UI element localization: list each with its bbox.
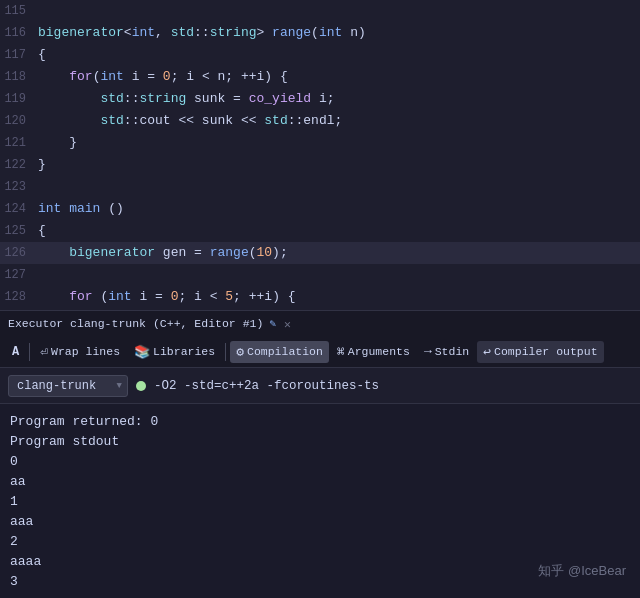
code-line-123: 123 — [0, 176, 640, 198]
line-num-118: 118 — [0, 66, 38, 88]
line-content-126: bigenerator gen = range(10); — [38, 242, 288, 264]
font-size-button[interactable]: A — [6, 342, 25, 362]
compilation-label: Compilation — [247, 345, 323, 358]
compiler-output-icon: ↩ — [483, 344, 491, 360]
line-num-116: 116 — [0, 22, 38, 44]
arguments-label: Arguments — [348, 345, 410, 358]
status-indicator — [136, 381, 146, 391]
toolbar: A ⏎ Wrap lines 📚 Libraries ⚙ Compilation… — [0, 336, 640, 368]
output-line-0: Program returned: 0 — [10, 412, 630, 432]
executor-title: Executor clang-trunk (C++, Editor #1) — [8, 317, 263, 330]
stdin-label: Stdin — [435, 345, 470, 358]
line-content-120: std::cout << sunk << std::endl; — [38, 110, 342, 132]
code-line-128: 128 for (int i = 0; i < 5; ++i) { — [0, 286, 640, 308]
code-line-115: 115 — [0, 0, 640, 22]
line-content-118: for(int i = 0; i < n; ++i) { — [38, 66, 288, 88]
line-num-119: 119 — [0, 88, 38, 110]
code-line-116: 116 bigenerator<int, std::string> range(… — [0, 22, 640, 44]
executor-close-button[interactable]: ✕ — [284, 317, 291, 331]
line-num-115: 115 — [0, 0, 38, 22]
line-num-129: 129 — [0, 308, 38, 310]
compiler-output-tab[interactable]: ↩ Compiler output — [477, 341, 603, 363]
code-line-118: 118 for(int i = 0; i < n; ++i) { — [0, 66, 640, 88]
app-container: 115 116 bigenerator<int, std::string> ra… — [0, 0, 640, 598]
line-num-123: 123 — [0, 176, 38, 198]
toolbar-divider-1 — [29, 343, 30, 361]
code-line-119: 119 std::string sunk = co_yield i; — [0, 88, 640, 110]
wrap-lines-label: Wrap lines — [51, 345, 120, 358]
compiler-controls: clang-trunk -O2 -std=c++2a -fcoroutines-… — [0, 368, 640, 404]
code-line-126: 126 bigenerator gen = range(10); — [0, 242, 640, 264]
watermark: 知乎 @IceBear — [538, 562, 626, 580]
executor-bar: Executor clang-trunk (C++, Editor #1) ✎ … — [0, 310, 640, 336]
compiler-select[interactable]: clang-trunk — [8, 375, 128, 397]
line-content-117: { — [38, 44, 46, 66]
line-content-124: int main () — [38, 198, 124, 220]
line-content-122: } — [38, 154, 46, 176]
output-line-6: 2 — [10, 532, 630, 552]
line-num-128: 128 — [0, 286, 38, 308]
output-line-4: 1 — [10, 492, 630, 512]
line-num-127: 127 — [0, 264, 38, 286]
line-content-116: bigenerator<int, std::string> range(int … — [38, 22, 366, 44]
output-line-9: aaaaa — [10, 592, 630, 598]
compilation-tab[interactable]: ⚙ Compilation — [230, 341, 329, 363]
line-content-119: std::string sunk = co_yield i; — [38, 88, 335, 110]
code-line-124: 124 int main () — [0, 198, 640, 220]
output-line-5: aaa — [10, 512, 630, 532]
output-line-8: 3 — [10, 572, 630, 592]
wrap-lines-icon: ⏎ — [40, 344, 48, 360]
line-num-122: 122 — [0, 154, 38, 176]
output-line-3: aa — [10, 472, 630, 492]
compiler-flags: -O2 -std=c++2a -fcoroutines-ts — [154, 379, 379, 393]
output-line-7: aaaa — [10, 552, 630, 572]
arguments-tab[interactable]: ⌘ Arguments — [331, 341, 416, 363]
code-line-127: 127 — [0, 264, 640, 286]
compilation-icon: ⚙ — [236, 344, 244, 360]
line-num-121: 121 — [0, 132, 38, 154]
stdin-icon: → — [424, 344, 432, 359]
stdin-tab[interactable]: → Stdin — [418, 341, 475, 362]
line-num-125: 125 — [0, 220, 38, 242]
line-content-129: std::cout << gen.next(i + 1, 'a') << std… — [38, 308, 467, 310]
line-num-126: 126 — [0, 242, 38, 264]
line-num-124: 124 — [0, 198, 38, 220]
toolbar-divider-2 — [225, 343, 226, 361]
libraries-label: Libraries — [153, 345, 215, 358]
arguments-icon: ⌘ — [337, 344, 345, 360]
code-line-120: 120 std::cout << sunk << std::endl; — [0, 110, 640, 132]
code-line-122: 122 } — [0, 154, 640, 176]
line-num-117: 117 — [0, 44, 38, 66]
compiler-select-wrap: clang-trunk — [8, 375, 128, 397]
code-line-117: 117 { — [0, 44, 640, 66]
executor-edit-icon[interactable]: ✎ — [269, 317, 276, 330]
wrap-lines-button[interactable]: ⏎ Wrap lines — [34, 341, 126, 363]
compiler-output-label: Compiler output — [494, 345, 598, 358]
line-content-121: } — [38, 132, 77, 154]
line-num-120: 120 — [0, 110, 38, 132]
code-line-121: 121 } — [0, 132, 640, 154]
output-line-1: Program stdout — [10, 432, 630, 452]
libraries-button[interactable]: 📚 Libraries — [128, 341, 221, 363]
code-editor: 115 116 bigenerator<int, std::string> ra… — [0, 0, 640, 310]
line-content-128: for (int i = 0; i < 5; ++i) { — [38, 286, 296, 308]
output-line-2: 0 — [10, 452, 630, 472]
code-line-125: 125 { — [0, 220, 640, 242]
libraries-icon: 📚 — [134, 344, 150, 360]
line-content-125: { — [38, 220, 46, 242]
